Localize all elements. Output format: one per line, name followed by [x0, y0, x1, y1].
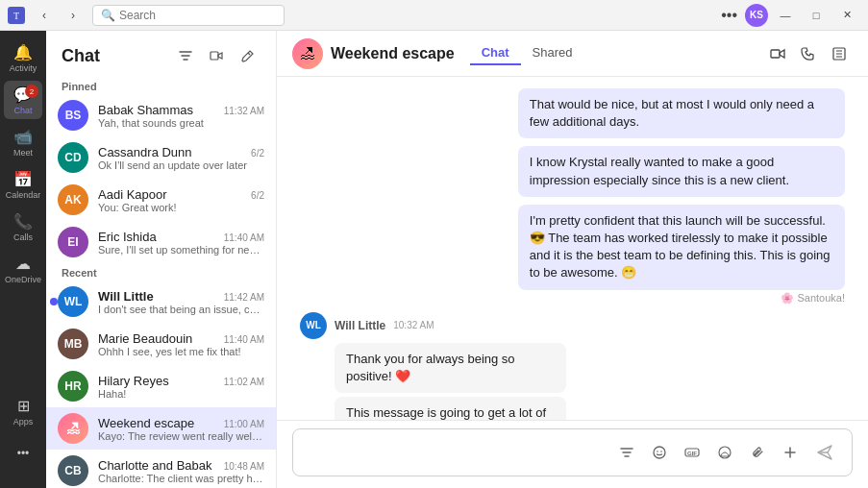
user-avatar[interactable]: KS [745, 4, 768, 27]
phone-call-button[interactable] [795, 40, 822, 67]
minimize-button[interactable]: — [772, 5, 799, 26]
sidebar-item-activity[interactable]: 🔔 Activity [4, 38, 42, 77]
left-nav: 🔔 Activity 2 💬 Chat 📹 Meet 📅 Calendar 📞 … [0, 31, 46, 488]
chat-badge: 2 [25, 85, 38, 98]
chat-item-aadi[interactable]: AK Aadi Kapoor 6/2 You: Great work! [46, 179, 276, 221]
nav-buttons: ‹ › [31, 5, 87, 26]
message-group-sent: That would be nice, but at most I would … [300, 88, 845, 138]
chat-preview: Kayo: The review went really well! Can't… [98, 430, 264, 442]
chat-name: Aadi Kapoor [98, 187, 167, 202]
search-icon: 🔍 [101, 9, 115, 22]
close-button[interactable]: ✕ [833, 5, 860, 26]
chat-label: Chat [13, 106, 32, 115]
emoji-button[interactable] [646, 439, 673, 466]
attach-button[interactable] [744, 439, 771, 466]
message-bubble: That would be nice, but at most I would … [518, 88, 845, 138]
compose-actions: GIF [613, 437, 840, 468]
chat-item-eric[interactable]: EI Eric Ishida 11:40 AM Sure, I'll set u… [46, 221, 276, 263]
send-button[interactable] [809, 437, 840, 468]
search-bar[interactable]: 🔍 [92, 5, 285, 26]
chat-preview: Ohhh I see, yes let me fix that! [98, 346, 264, 357]
chat-item-hilary[interactable]: HR Hilary Reyes 11:02 AM Haha! [46, 365, 276, 407]
nav-back-button[interactable]: ‹ [31, 5, 58, 26]
chat-item-marie[interactable]: MB Marie Beaudouin 11:40 AM Ohhh I see, … [46, 323, 276, 365]
chat-item-will[interactable]: WL Will Little 11:42 AM I don't see that… [46, 281, 276, 323]
chat-item-cassandra[interactable]: CD Cassandra Dunn 6/2 Ok I'll send an up… [46, 136, 276, 179]
more-options-button[interactable] [826, 40, 853, 67]
title-bar-left: T ‹ › 🔍 [8, 5, 285, 26]
phone-call-icon [801, 46, 816, 61]
chat-name: Marie Beaudouin [98, 331, 192, 346]
chat-item-charlotte[interactable]: CB Charlotte and Babak 10:48 AM Charlott… [46, 450, 276, 488]
ellipsis-menu[interactable]: ••• [717, 5, 741, 26]
format-button[interactable] [613, 439, 640, 466]
sticker-button[interactable] [711, 439, 738, 466]
attach-icon [750, 445, 765, 460]
messages-area: That would be nice, but at most I would … [277, 77, 868, 420]
chat-preview: Yah, that sounds great [98, 117, 264, 129]
chat-name: Eric Ishida [98, 230, 157, 244]
onedrive-icon: ☁ [15, 255, 31, 273]
compose-button[interactable] [234, 42, 260, 69]
chat-tabs: Chat Shared [470, 41, 584, 65]
avatar: MB [58, 329, 88, 359]
more-compose-button[interactable] [777, 439, 804, 466]
chat-item-babak[interactable]: BS Babak Shammas 11:32 AM Yah, that soun… [46, 94, 276, 136]
message-sender-info: WL Will Little 10:32 AM [300, 312, 434, 339]
sticker-icon [717, 445, 732, 460]
avatar: CD [58, 142, 88, 173]
filter-button[interactable] [172, 42, 199, 69]
tab-chat[interactable]: Chat [470, 41, 521, 65]
tab-shared[interactable]: Shared [521, 41, 584, 65]
chat-preview: Sure, I'll set up something for next wee… [98, 244, 264, 256]
search-input[interactable] [119, 9, 273, 22]
sidebar-item-onedrive[interactable]: ☁ OneDrive [4, 250, 42, 288]
sidebar-item-apps[interactable]: ⊞ Apps [4, 392, 42, 430]
chat-header: 🏖 Weekend escape Chat Shared [277, 31, 868, 77]
chat-list-title: Chat [62, 46, 100, 66]
chat-area: 🏖 Weekend escape Chat Shared [277, 31, 868, 488]
title-bar: T ‹ › 🔍 ••• KS — □ ✕ [0, 0, 868, 31]
sidebar-item-chat[interactable]: 2 💬 Chat [4, 81, 42, 119]
sender-avatar: WL [300, 312, 327, 339]
meet-label: Meet [13, 148, 33, 158]
chat-preview: Charlotte: The client was pretty happy w… [98, 473, 264, 484]
video-call-icon [770, 46, 785, 61]
nav-forward-button[interactable]: › [60, 5, 87, 26]
maximize-button[interactable]: □ [803, 5, 830, 26]
chat-time: 6/2 [251, 190, 264, 201]
unread-indicator [50, 298, 58, 305]
filter-icon [179, 49, 192, 62]
chat-time: 6/2 [251, 148, 264, 159]
sidebar-item-calendar[interactable]: 📅 Calendar [4, 165, 42, 204]
svg-rect-2 [211, 52, 218, 60]
chat-preview: Haha! [98, 388, 264, 400]
video-call-button[interactable] [764, 40, 791, 67]
chat-name: Weekend escape [98, 416, 194, 430]
more-options-icon [831, 46, 847, 61]
chat-time: 11:02 AM [224, 377, 264, 387]
apps-label: Apps [13, 417, 34, 427]
activity-label: Activity [10, 63, 37, 73]
compose-box[interactable]: GIF [292, 428, 853, 476]
svg-point-5 [654, 447, 665, 458]
message-bubble: I'm pretty confident that this launch wi… [518, 205, 845, 290]
svg-text:GIF: GIF [687, 451, 697, 456]
video-new-button[interactable] [203, 42, 230, 69]
group-avatar: 🏖 [292, 38, 323, 69]
chat-name: Will Little [98, 289, 154, 304]
sidebar-item-meet[interactable]: 📹 Meet [4, 123, 42, 161]
chat-header-left: 🏖 Weekend escape Chat Shared [292, 38, 583, 69]
video-icon [210, 49, 223, 62]
chat-info: Babak Shammas 11:32 AM Yah, that sounds … [98, 103, 264, 129]
compose-input[interactable] [305, 446, 606, 460]
chat-info: Will Little 11:42 AM I don't see that be… [98, 289, 264, 315]
gif-icon: GIF [684, 445, 700, 460]
sidebar-item-calls[interactable]: 📞 Calls [4, 207, 42, 246]
chat-item-weekend-escape[interactable]: 🏖 Weekend escape 11:00 AM Kayo: The revi… [46, 407, 276, 450]
chat-info: Weekend escape 11:00 AM Kayo: The review… [98, 416, 264, 442]
sidebar-item-more[interactable]: ••• [4, 434, 42, 473]
gif-button[interactable]: GIF [679, 439, 706, 466]
emoji-icon [652, 445, 667, 460]
chat-info: Eric Ishida 11:40 AM Sure, I'll set up s… [98, 230, 264, 256]
